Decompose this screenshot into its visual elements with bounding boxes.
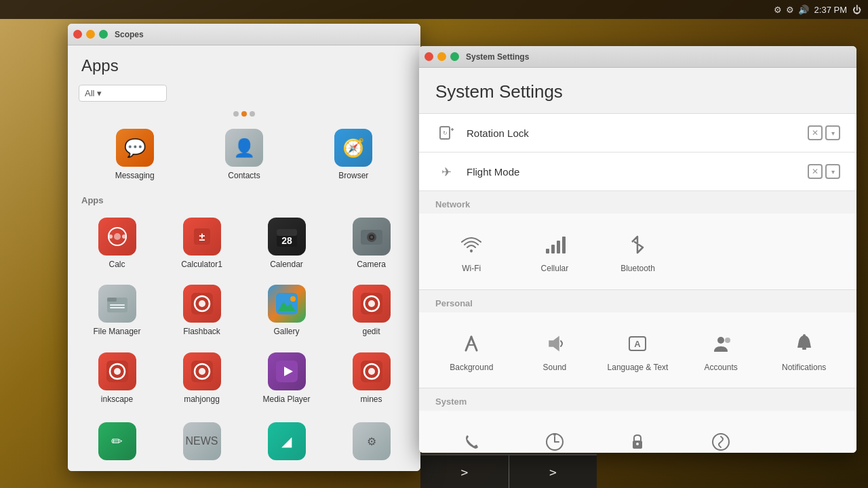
settings-maximize-button[interactable]	[450, 52, 459, 61]
settings-close-button[interactable]	[425, 52, 433, 61]
app-item-calendar[interactable]: 28 Calendar	[245, 211, 328, 276]
app-item-extra3[interactable]: ◢	[245, 415, 328, 470]
app-label-calendar: Calendar	[270, 260, 303, 270]
app-label-camera: Camera	[357, 260, 386, 270]
settings-item-security[interactable]: Security & Privacy	[596, 419, 679, 453]
cellular-label: Cellular	[541, 264, 569, 274]
flight-mode-toggle[interactable]: ✕ ▾	[808, 164, 840, 179]
close-button[interactable]	[73, 30, 82, 39]
settings-item-wifi[interactable]: Wi-Fi	[430, 222, 513, 281]
svg-point-2	[108, 235, 113, 239]
svg-text:±: ±	[199, 231, 205, 243]
app-icon-camera	[353, 218, 391, 256]
apps-section-label: Apps	[68, 190, 420, 208]
system-section-header: System	[419, 388, 856, 411]
svg-rect-16	[110, 307, 125, 308]
app-icon-browser: 🧭	[334, 129, 372, 167]
settings-item-sound[interactable]: Sound	[513, 321, 597, 380]
volume-icon: 🔊	[798, 5, 809, 15]
app-icon-mediaplayer	[268, 352, 306, 390]
flight-mode-icon: ✈	[435, 161, 457, 182]
svg-point-31	[199, 368, 205, 375]
svg-rect-45	[557, 241, 560, 253]
notifications-icon	[789, 329, 819, 359]
apps-grid: Calc ± Calculator1 28	[68, 208, 420, 413]
svg-rect-43	[546, 249, 549, 253]
rotation-lock-row[interactable]: ↻ Rotation Lock ✕ ▾	[419, 114, 856, 152]
settings-item-language[interactable]: A Language & Text	[596, 321, 679, 380]
svg-rect-46	[562, 237, 566, 253]
app-item-mediaplayer[interactable]: Media Player	[245, 346, 328, 411]
app-icon-extra4: ⚙	[353, 422, 391, 460]
page-dots	[68, 108, 420, 119]
app-item-gedit[interactable]: gedit	[330, 278, 412, 343]
settings-icon: ⚙	[786, 5, 794, 15]
app-item-gallery[interactable]: Gallery	[245, 278, 328, 343]
app-item-extra4[interactable]: ⚙	[330, 415, 412, 470]
app-label-inkscape: inkscape	[101, 394, 133, 405]
accounts-icon	[706, 329, 736, 359]
app-item-extra2[interactable]: NEWS	[161, 415, 243, 470]
app-item-browser[interactable]: 🧭 Browser	[300, 122, 407, 187]
app-label-mediaplayer: Media Player	[262, 394, 310, 405]
bluetooth-label: Bluetooth	[620, 264, 655, 274]
app-item-camera[interactable]: Camera	[330, 211, 412, 276]
settings-item-bluetooth[interactable]: Bluetooth	[596, 222, 679, 281]
settings-item-background[interactable]: Background	[430, 321, 513, 380]
background-label: Background	[450, 363, 493, 373]
terminal-2[interactable]: >	[509, 454, 597, 488]
settings-item-accounts[interactable]: Accounts	[679, 321, 763, 380]
dot-2	[241, 111, 247, 117]
app-icon-contacts: 👤	[225, 129, 263, 167]
app-item-inkscape[interactable]: inkscape	[76, 346, 158, 411]
svg-rect-44	[551, 245, 555, 253]
app-item-mahjongg[interactable]: mahjongg	[161, 346, 243, 411]
flight-toggle-x-icon: ✕	[808, 164, 823, 179]
app-item-flashback[interactable]: Flashback	[161, 278, 243, 343]
svg-point-22	[290, 296, 296, 302]
app-item-messaging[interactable]: 💬 Messaging	[81, 122, 188, 187]
svg-point-57	[553, 433, 556, 436]
svg-point-36	[368, 368, 375, 375]
settings-item-updates[interactable]: Updates	[679, 419, 763, 453]
app-item-extra1[interactable]: ✏	[76, 415, 158, 470]
settings-item-cellular[interactable]: Cellular	[513, 222, 597, 281]
app-item-filemanager[interactable]: File Manager	[76, 278, 158, 343]
settings-minimize-button[interactable]	[437, 52, 446, 61]
filter-label: All	[85, 88, 94, 98]
settings-item-notifications[interactable]: Notifications	[762, 321, 846, 380]
maximize-button[interactable]	[99, 30, 108, 39]
filter-dropdown[interactable]: All ▾	[79, 85, 167, 102]
svg-text:↻: ↻	[443, 130, 448, 136]
svg-rect-14	[107, 298, 117, 302]
settings-item-phone[interactable]: Phone	[430, 419, 513, 453]
svg-point-1	[114, 233, 121, 240]
toggle-x-icon: ✕	[808, 125, 823, 140]
updates-icon	[706, 427, 736, 453]
svg-rect-15	[110, 304, 125, 306]
settings-window: System Settings System Settings ↻ Rotati…	[419, 46, 856, 453]
app-item-contacts[interactable]: 👤 Contacts	[191, 122, 297, 187]
app-label-gallery: Gallery	[273, 327, 299, 338]
taskbar-system-icons: ⚙ ⚙ 🔊	[774, 5, 809, 15]
svg-point-42	[470, 249, 473, 252]
terminal-prompt-2: >	[549, 465, 557, 479]
app-item-mines[interactable]: mines	[330, 346, 412, 411]
app-item-calc[interactable]: Calc	[76, 211, 158, 276]
rotation-lock-toggle[interactable]: ✕ ▾	[808, 125, 840, 140]
minimize-button[interactable]	[86, 30, 95, 39]
scopes-content: Apps All ▾ 💬 Messaging	[68, 45, 420, 471]
svg-text:28: 28	[281, 235, 292, 246]
app-icon-mahjongg	[183, 352, 221, 390]
flight-mode-row[interactable]: ✈ Flight Mode ✕ ▾	[419, 152, 856, 191]
settings-item-time[interactable]: Time & Date	[513, 419, 597, 453]
scopes-titlebar: Scopes	[68, 24, 420, 45]
language-icon: A	[623, 329, 652, 359]
terminal-1[interactable]: >	[420, 454, 509, 488]
app-item-calculator1[interactable]: ± Calculator1	[161, 211, 243, 276]
svg-point-52	[717, 337, 724, 344]
app-icon-extra2: NEWS	[183, 422, 221, 460]
search-bar: All ▾	[68, 81, 420, 108]
gear-icon: ⚙	[774, 5, 782, 15]
system-grid: Phone Time & Date	[419, 411, 856, 453]
